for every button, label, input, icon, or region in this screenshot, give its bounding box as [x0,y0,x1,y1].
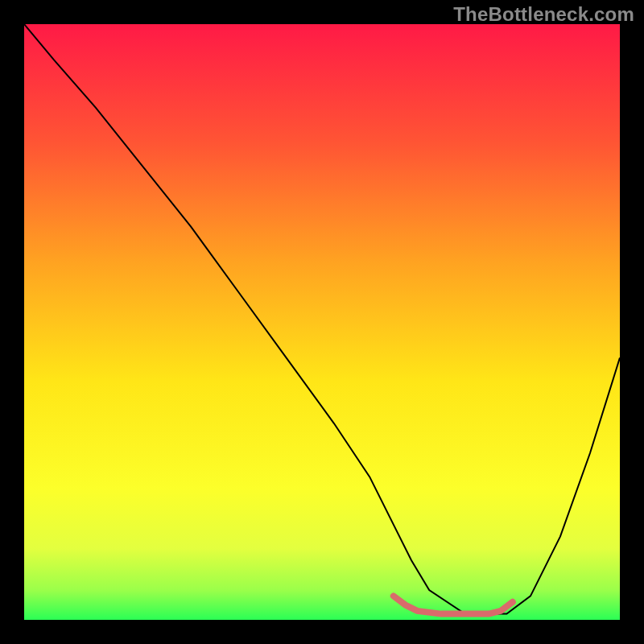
gradient-background [24,24,620,620]
chart-svg [24,24,620,620]
chart-frame: TheBottleneck.com [0,0,644,644]
watermark-text: TheBottleneck.com [453,3,634,26]
plot-area [24,24,620,620]
